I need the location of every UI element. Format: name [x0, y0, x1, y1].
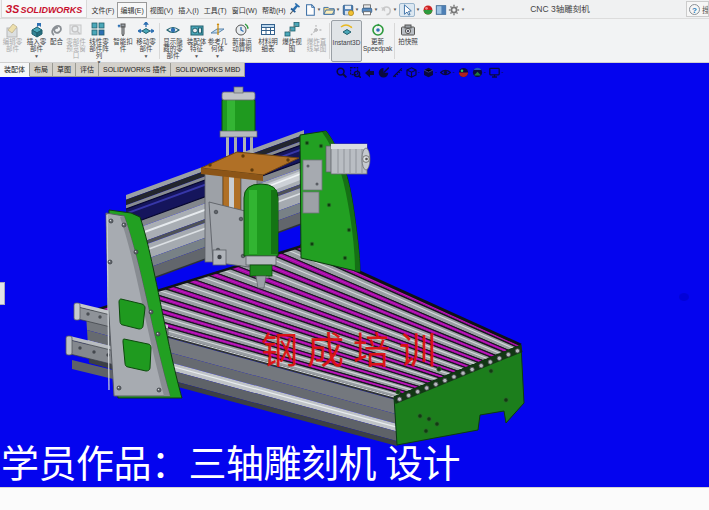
ribbon-button-snapshot-camera[interactable]: 拍快照 — [396, 20, 420, 62]
hide-show-items-icon-dropdown[interactable]: - — [453, 67, 455, 77]
apply-scene-icon[interactable] — [470, 67, 484, 78]
tab-布局[interactable]: 布局 — [30, 63, 53, 77]
previous-view-icon[interactable] — [362, 67, 376, 78]
ribbon-button-linear-pattern[interactable]: 线性零部件阵列▼ — [88, 20, 110, 62]
graphics-viewport[interactable]: 钢成培训 学员作品：三轴雕刻机 设计 — [0, 63, 709, 487]
tab-草图[interactable]: 草图 — [53, 63, 76, 77]
ribbon-button-assembly-features[interactable]: 装配体特征▼ — [186, 20, 207, 62]
ribbon-button-edit-component[interactable]: 编辑零部件 — [2, 20, 23, 62]
solidworks-logo: ЗSSOLIDWORKS — [1, 0, 87, 18]
command-manager-tabs: 装配体布局草图评估SOLIDWORKS 插件SOLIDWORKS MBD — [0, 63, 245, 77]
zoom-area-icon[interactable] — [348, 67, 362, 78]
section-view-icon[interactable] — [376, 67, 390, 78]
ribbon-button-move-component[interactable]: 移动零部件▼ — [135, 20, 157, 62]
ribbon-button-insert-component[interactable]: 插入零部件▼ — [25, 20, 48, 62]
print-icon[interactable] — [361, 4, 373, 16]
view-settings-icon-dropdown[interactable]: - — [501, 67, 503, 77]
undo-icon[interactable] — [380, 4, 392, 16]
smart-fasteners-icon — [112, 23, 134, 38]
select-cursor-icon-dropdown[interactable]: ▼ — [415, 3, 421, 17]
exploded-view-icon — [281, 23, 303, 38]
tab-装配体[interactable]: 装配体 — [0, 63, 30, 77]
help-search-box[interactable]: ? 搜 — [686, 1, 709, 17]
ribbon-separator — [394, 23, 395, 59]
ribbon-dropdown-caret[interactable]: ▼ — [135, 54, 157, 58]
menu-item-2[interactable]: 编辑(E) — [117, 2, 146, 18]
menu-item-3[interactable]: 视图(V) — [148, 3, 175, 17]
print-icon-dropdown[interactable]: ▼ — [373, 3, 379, 17]
z-stepper-motor — [220, 87, 257, 156]
tab-SOLIDWORKS MBD[interactable]: SOLIDWORKS MBD — [171, 63, 245, 77]
ribbon-button-instant3d[interactable]: Instant3D — [331, 20, 362, 62]
open-icon[interactable] — [323, 4, 335, 16]
ribbon-button-label: 新建运动算例 — [230, 39, 254, 53]
menu-item-6[interactable]: 窗口(W) — [230, 3, 259, 17]
select-cursor-icon[interactable] — [399, 3, 415, 17]
open-icon-dropdown[interactable]: ▼ — [335, 3, 341, 17]
reference-geometry-icon — [207, 23, 228, 38]
appearance-ball-icon[interactable] — [422, 4, 434, 16]
motion-study-icon — [230, 23, 254, 38]
help-icon[interactable]: ? — [689, 4, 700, 15]
ribbon-dropdown-caret[interactable]: ▼ — [186, 54, 207, 58]
edit-component-icon — [2, 23, 23, 38]
tab-评估[interactable]: 评估 — [76, 63, 99, 77]
window-title: CNC 3轴雕刻机 — [470, 0, 650, 19]
menu-item-5[interactable]: 工具(T) — [202, 3, 229, 17]
ribbon-button-update-speedpak[interactable]: 更新Speedpak — [363, 20, 392, 62]
view-orientation-icon[interactable] — [404, 67, 418, 78]
menu-item-7[interactable]: 帮助(H) — [260, 3, 288, 17]
search-hint: 搜 — [702, 4, 709, 15]
ribbon-button-label: 拍快照 — [396, 39, 420, 46]
ribbon-dropdown-caret[interactable]: ▼ — [25, 54, 48, 58]
show-hidden-icon — [161, 23, 185, 38]
pin-icon[interactable] — [288, 3, 300, 16]
quick-access-toolbar: ▼▼▼▼▼▼▼ — [303, 1, 466, 18]
ribbon-button-motion-study[interactable]: 新建运动算例 — [230, 20, 254, 62]
tab-SOLIDWORKS 插件[interactable]: SOLIDWORKS 插件 — [99, 63, 171, 77]
ribbon-button-explode-sketch[interactable]: 爆炸直线草图 — [305, 20, 328, 62]
view-orientation-icon-dropdown[interactable]: - — [418, 67, 420, 77]
new-document-icon[interactable] — [304, 4, 316, 16]
ribbon-button-exploded-view[interactable]: 爆炸视图 — [281, 20, 303, 62]
ribbon-button-smart-fasteners[interactable]: 智能扣件 — [112, 20, 134, 62]
new-document-icon-dropdown[interactable]: ▼ — [316, 3, 322, 17]
ribbon-button-label: Instant3D — [332, 40, 361, 47]
zoom-fit-icon[interactable] — [334, 67, 348, 78]
ribbon-button-show-hidden[interactable]: 显示隐藏的零部件 — [161, 20, 185, 62]
logo-text: SOLIDWORKS — [20, 5, 82, 15]
menu-item-4[interactable]: 插入(I) — [176, 3, 201, 17]
ribbon-button-label: 更新Speedpak — [363, 39, 392, 53]
save-icon-dropdown[interactable]: ▼ — [354, 3, 360, 17]
move-component-icon — [135, 23, 157, 38]
ribbon-button-mate[interactable]: 配合 — [48, 20, 65, 62]
menu-items: 文件(F)编辑(E)视图(V)插入(I)工具(T)窗口(W)帮助(H) — [89, 0, 288, 19]
display-style-icon[interactable] — [421, 67, 435, 78]
feature-panel-collapsed-handle[interactable] — [0, 282, 5, 305]
options-gear-icon[interactable] — [448, 4, 460, 16]
ribbon-button-label: 插入零部件 — [25, 39, 48, 53]
ribbon-separator — [159, 23, 160, 59]
measure-icon[interactable] — [390, 67, 404, 78]
apply-scene-icon-dropdown[interactable]: - — [484, 67, 486, 77]
edit-appearance-icon[interactable] — [456, 67, 470, 78]
hide-show-items-icon[interactable] — [439, 67, 453, 78]
caption-text: 学员作品：三轴雕刻机 设计 — [1, 445, 460, 483]
task-pane-icon[interactable] — [435, 4, 447, 16]
ribbon-dropdown-caret[interactable]: ▼ — [207, 54, 228, 58]
ribbon-button-label: 显示隐藏的零部件 — [161, 39, 185, 59]
options-gear-icon-dropdown[interactable]: ▼ — [460, 3, 466, 17]
ribbon-button-reference-geometry[interactable]: 参考几何体▼ — [207, 20, 228, 62]
view-settings-icon[interactable] — [487, 67, 501, 78]
assembly-features-icon — [186, 23, 207, 38]
ribbon-button-preview-window[interactable]: 零部件预览窗口 — [65, 20, 87, 62]
ribbon-button-label: 材料明细表 — [257, 39, 279, 53]
display-style-icon-dropdown[interactable]: - — [435, 67, 437, 77]
ribbon-button-label: 线性零部件阵列 — [88, 39, 110, 59]
undo-icon-dropdown[interactable]: ▼ — [392, 3, 398, 17]
watermark-text: 钢成培训 — [261, 333, 445, 370]
ribbon-button-bom-table[interactable]: 材料明细表 — [257, 20, 279, 62]
menu-bar: ЗSSOLIDWORKS 文件(F)编辑(E)视图(V)插入(I)工具(T)窗口… — [0, 0, 709, 19]
menu-item-1[interactable]: 文件(F) — [90, 3, 117, 17]
save-icon[interactable] — [342, 4, 354, 16]
